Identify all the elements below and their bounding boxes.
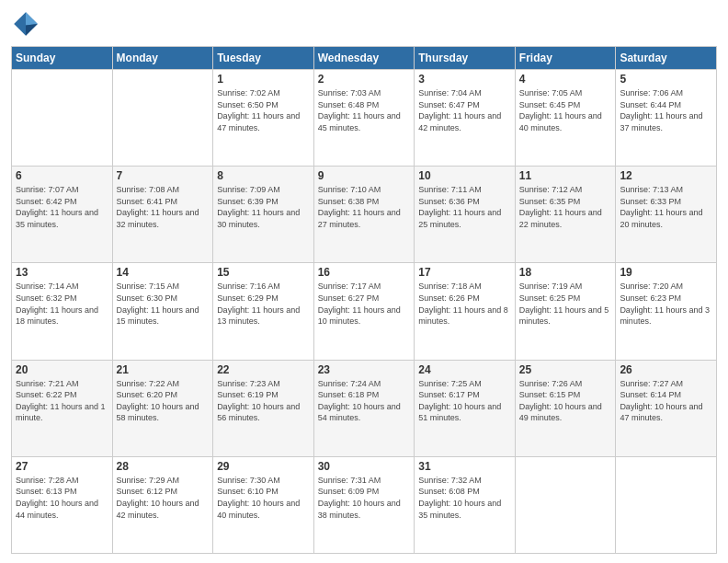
calendar-day-cell: 7Sunrise: 7:08 AMSunset: 6:41 PMDaylight… — [112, 167, 213, 263]
day-info: Sunrise: 7:03 AMSunset: 6:48 PMDaylight:… — [318, 87, 411, 133]
day-number: 27 — [16, 460, 108, 473]
calendar-day-cell: 23Sunrise: 7:24 AMSunset: 6:18 PMDayligh… — [313, 360, 415, 456]
svg-marker-1 — [26, 12, 38, 25]
day-number: 21 — [117, 363, 210, 376]
day-number: 24 — [418, 363, 511, 376]
calendar-day-cell: 6Sunrise: 7:07 AMSunset: 6:42 PMDaylight… — [12, 167, 113, 263]
calendar-day-header: Sunday — [12, 47, 113, 70]
day-info: Sunrise: 7:07 AMSunset: 6:42 PMDaylight:… — [16, 184, 108, 230]
calendar-day-cell — [515, 456, 616, 553]
calendar-day-cell: 17Sunrise: 7:18 AMSunset: 6:26 PMDayligh… — [415, 263, 516, 360]
calendar-day-cell: 4Sunrise: 7:05 AMSunset: 6:45 PMDaylight… — [515, 70, 616, 167]
calendar-day-cell: 2Sunrise: 7:03 AMSunset: 6:48 PMDaylight… — [313, 70, 415, 167]
day-number: 11 — [519, 169, 612, 182]
calendar-day-cell: 22Sunrise: 7:23 AMSunset: 6:19 PMDayligh… — [213, 360, 314, 456]
calendar-day-header: Monday — [112, 47, 213, 70]
day-info: Sunrise: 7:16 AMSunset: 6:29 PMDaylight:… — [217, 281, 310, 327]
day-number: 1 — [217, 73, 310, 86]
day-info: Sunrise: 7:04 AMSunset: 6:47 PMDaylight:… — [418, 87, 511, 133]
day-info: Sunrise: 7:24 AMSunset: 6:18 PMDaylight:… — [318, 378, 411, 424]
calendar-day-cell: 30Sunrise: 7:31 AMSunset: 6:09 PMDayligh… — [313, 456, 415, 553]
day-info: Sunrise: 7:15 AMSunset: 6:30 PMDaylight:… — [117, 281, 210, 327]
day-info: Sunrise: 7:06 AMSunset: 6:44 PMDaylight:… — [620, 87, 712, 133]
day-number: 8 — [217, 169, 310, 182]
day-info: Sunrise: 7:19 AMSunset: 6:25 PMDaylight:… — [519, 281, 612, 327]
calendar-day-cell: 21Sunrise: 7:22 AMSunset: 6:20 PMDayligh… — [112, 360, 213, 456]
calendar-day-cell: 16Sunrise: 7:17 AMSunset: 6:27 PMDayligh… — [313, 263, 415, 360]
day-number: 10 — [418, 169, 511, 182]
calendar-day-cell: 10Sunrise: 7:11 AMSunset: 6:36 PMDayligh… — [415, 167, 516, 263]
calendar-header-row: SundayMondayTuesdayWednesdayThursdayFrid… — [12, 47, 717, 70]
calendar-day-header: Wednesday — [313, 47, 415, 70]
day-info: Sunrise: 7:21 AMSunset: 6:22 PMDaylight:… — [16, 378, 108, 424]
calendar-day-cell — [112, 70, 213, 167]
day-number: 3 — [418, 73, 511, 86]
day-info: Sunrise: 7:18 AMSunset: 6:26 PMDaylight:… — [418, 281, 511, 327]
calendar-day-cell: 20Sunrise: 7:21 AMSunset: 6:22 PMDayligh… — [12, 360, 113, 456]
day-info: Sunrise: 7:28 AMSunset: 6:13 PMDaylight:… — [16, 475, 108, 521]
day-number: 6 — [16, 169, 108, 182]
calendar-day-cell: 31Sunrise: 7:32 AMSunset: 6:08 PMDayligh… — [415, 456, 516, 553]
calendar-day-cell — [616, 456, 717, 553]
day-info: Sunrise: 7:11 AMSunset: 6:36 PMDaylight:… — [418, 184, 511, 230]
calendar-week-row: 20Sunrise: 7:21 AMSunset: 6:22 PMDayligh… — [12, 360, 717, 456]
day-info: Sunrise: 7:10 AMSunset: 6:38 PMDaylight:… — [318, 184, 411, 230]
day-number: 26 — [620, 363, 712, 376]
day-number: 17 — [418, 266, 511, 279]
day-number: 15 — [217, 266, 310, 279]
day-info: Sunrise: 7:20 AMSunset: 6:23 PMDaylight:… — [620, 281, 712, 327]
calendar-week-row: 6Sunrise: 7:07 AMSunset: 6:42 PMDaylight… — [12, 167, 717, 263]
day-number: 29 — [217, 460, 310, 473]
page: SundayMondayTuesdayWednesdayThursdayFrid… — [0, 0, 728, 563]
day-number: 31 — [418, 460, 511, 473]
calendar-day-cell: 26Sunrise: 7:27 AMSunset: 6:14 PMDayligh… — [616, 360, 717, 456]
calendar-day-header: Thursday — [415, 47, 516, 70]
calendar-day-header: Tuesday — [213, 47, 314, 70]
calendar-day-cell: 29Sunrise: 7:30 AMSunset: 6:10 PMDayligh… — [213, 456, 314, 553]
calendar-day-cell: 14Sunrise: 7:15 AMSunset: 6:30 PMDayligh… — [112, 263, 213, 360]
day-info: Sunrise: 7:32 AMSunset: 6:08 PMDaylight:… — [418, 475, 511, 521]
day-number: 19 — [620, 266, 712, 279]
day-number: 18 — [519, 266, 612, 279]
day-number: 30 — [318, 460, 411, 473]
day-info: Sunrise: 7:29 AMSunset: 6:12 PMDaylight:… — [117, 475, 210, 521]
calendar-day-cell: 24Sunrise: 7:25 AMSunset: 6:17 PMDayligh… — [415, 360, 516, 456]
day-number: 25 — [519, 363, 612, 376]
calendar-day-cell: 11Sunrise: 7:12 AMSunset: 6:35 PMDayligh… — [515, 167, 616, 263]
day-info: Sunrise: 7:22 AMSunset: 6:20 PMDaylight:… — [117, 378, 210, 424]
day-number: 5 — [620, 73, 712, 86]
calendar-day-cell: 9Sunrise: 7:10 AMSunset: 6:38 PMDaylight… — [313, 167, 415, 263]
day-info: Sunrise: 7:26 AMSunset: 6:15 PMDaylight:… — [519, 378, 612, 424]
calendar-day-cell: 25Sunrise: 7:26 AMSunset: 6:15 PMDayligh… — [515, 360, 616, 456]
day-number: 12 — [620, 169, 712, 182]
calendar-week-row: 1Sunrise: 7:02 AMSunset: 6:50 PMDaylight… — [12, 70, 717, 167]
day-info: Sunrise: 7:14 AMSunset: 6:32 PMDaylight:… — [16, 281, 108, 327]
day-info: Sunrise: 7:12 AMSunset: 6:35 PMDaylight:… — [519, 184, 612, 230]
day-info: Sunrise: 7:02 AMSunset: 6:50 PMDaylight:… — [217, 87, 310, 133]
day-info: Sunrise: 7:25 AMSunset: 6:17 PMDaylight:… — [418, 378, 511, 424]
calendar-day-cell: 27Sunrise: 7:28 AMSunset: 6:13 PMDayligh… — [12, 456, 113, 553]
calendar-day-cell: 15Sunrise: 7:16 AMSunset: 6:29 PMDayligh… — [213, 263, 314, 360]
header — [11, 9, 717, 39]
svg-marker-2 — [26, 24, 38, 36]
day-number: 7 — [117, 169, 210, 182]
day-info: Sunrise: 7:13 AMSunset: 6:33 PMDaylight:… — [620, 184, 712, 230]
day-info: Sunrise: 7:05 AMSunset: 6:45 PMDaylight:… — [519, 87, 612, 133]
calendar-day-cell: 12Sunrise: 7:13 AMSunset: 6:33 PMDayligh… — [616, 167, 717, 263]
calendar-week-row: 13Sunrise: 7:14 AMSunset: 6:32 PMDayligh… — [12, 263, 717, 360]
calendar-day-cell: 3Sunrise: 7:04 AMSunset: 6:47 PMDaylight… — [415, 70, 516, 167]
calendar-day-cell: 5Sunrise: 7:06 AMSunset: 6:44 PMDaylight… — [616, 70, 717, 167]
calendar-day-header: Saturday — [616, 47, 717, 70]
calendar-day-cell: 13Sunrise: 7:14 AMSunset: 6:32 PMDayligh… — [12, 263, 113, 360]
calendar-week-row: 27Sunrise: 7:28 AMSunset: 6:13 PMDayligh… — [12, 456, 717, 553]
day-number: 20 — [16, 363, 108, 376]
day-info: Sunrise: 7:17 AMSunset: 6:27 PMDaylight:… — [318, 281, 411, 327]
logo-icon — [11, 9, 40, 39]
day-info: Sunrise: 7:31 AMSunset: 6:09 PMDaylight:… — [318, 475, 411, 521]
calendar-day-cell — [12, 70, 113, 167]
calendar-day-cell: 8Sunrise: 7:09 AMSunset: 6:39 PMDaylight… — [213, 167, 314, 263]
calendar-day-cell: 19Sunrise: 7:20 AMSunset: 6:23 PMDayligh… — [616, 263, 717, 360]
calendar-day-cell: 1Sunrise: 7:02 AMSunset: 6:50 PMDaylight… — [213, 70, 314, 167]
day-number: 9 — [318, 169, 411, 182]
day-number: 23 — [318, 363, 411, 376]
